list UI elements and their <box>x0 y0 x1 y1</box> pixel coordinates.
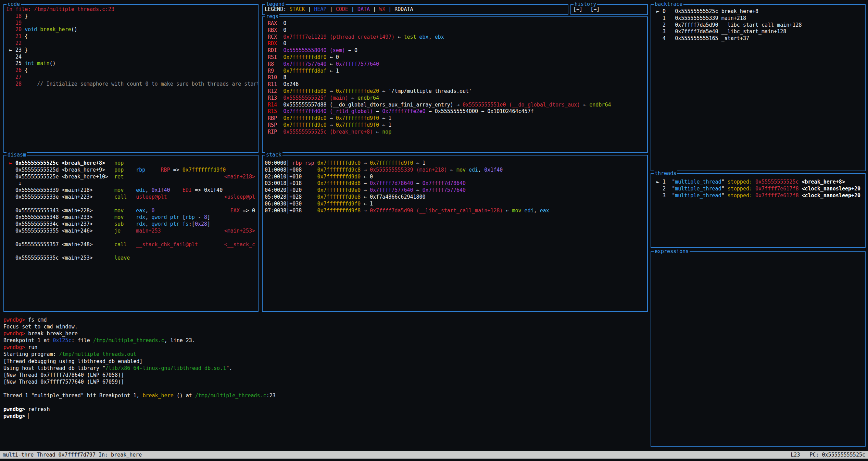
text-segment: 0x55555555525f (main) <box>283 95 348 101</box>
text-segment: <main+253> <box>224 228 255 234</box>
text-segment: │ <box>286 187 289 193</box>
text-line: In file: /tmp/multiple_threads.c:23 <box>6 6 256 13</box>
text-segment: 0x7ffff7d78640 <box>423 180 466 186</box>
text-segment: 0x555555555343 <main+228> <box>15 208 93 214</box>
text-segment: ← <box>327 68 336 74</box>
text-segment: 04:0020 <box>265 187 286 193</box>
text-line: 4 0x555555555165 _start+37 <box>653 35 863 42</box>
text-line: RBP 0x7fffffffd9c0 → 0x7fffffffd9f0 ← 1 <box>265 115 645 122</box>
text-segment: 0x7ffff7ffe2e0 <box>382 108 425 114</box>
text-segment: ► 0 0x55555555525c break_here+8 <box>653 8 758 14</box>
text-segment: } <box>25 13 28 19</box>
text-segment: 0x1f40 <box>484 167 503 173</box>
text-segment <box>6 208 15 214</box>
text-segment: ► 1 <box>653 179 672 185</box>
text-segment: mov <box>114 208 124 214</box>
text-segment: 07:0038 <box>265 208 286 214</box>
text-segment <box>105 160 114 166</box>
text-segment: STACK <box>289 6 305 12</box>
text-segment <box>6 228 15 234</box>
legend-content: LEGEND: STACK | HEAP | CODE | DATA | WX … <box>263 5 568 14</box>
text-segment: /lib/x86_64-linux-gnu/libthread_db.so.1 <box>105 365 226 371</box>
text-segment: 0x7fffffffd9d0 <box>317 174 361 180</box>
text-segment: RIP <box>265 129 283 135</box>
text-segment: 0x1f40 <box>204 187 223 193</box>
text-segment: ← <box>379 122 388 128</box>
text-segment: break break_here <box>28 331 78 337</box>
text-line: [New Thread 0x7ffff7577640 (LWP 67059)] <box>3 378 647 385</box>
text-segment <box>416 34 419 40</box>
text-segment: +010 <box>289 174 302 180</box>
text-segment: 0x555555554000 <box>435 108 478 114</box>
text-segment: 02:0010 <box>265 174 286 180</box>
text-segment: 0x7fffffffde20 <box>336 88 379 94</box>
text-line: pwndbg> run <box>3 344 647 351</box>
text-segment: 0x55555555525d <break_here+9> <box>15 167 105 173</box>
history-back-button[interactable]: [←] <box>573 6 582 12</box>
text-segment: RBP <box>161 167 170 173</box>
text-line: 04:0020│+020 0x7fffffffd9e0 → 0x7ffff757… <box>265 187 645 194</box>
text-segment: R14 <box>265 102 283 108</box>
text-segment: edi <box>525 208 534 214</box>
text-line: 18 } <box>6 13 256 20</box>
text-segment: , <box>145 208 151 214</box>
text-line: Focus set to cmd window. <box>3 323 647 330</box>
text-segment: 1 <box>388 115 391 121</box>
text-segment: " <box>721 186 728 192</box>
text-segment: ► <box>6 160 15 166</box>
text-line: 0x55555555535c <main+253> leave <box>6 255 256 262</box>
text-line: RSP 0x7fffffffd9c0 → 0x7fffffffd9f0 ← 1 <box>265 122 645 129</box>
text-segment: ► 23 <box>6 47 25 53</box>
text-line: R15 0x7ffff7ffd040 (_rtld_global) → 0x7f… <box>265 108 645 115</box>
text-segment: +030 <box>289 201 302 207</box>
text-line <box>6 248 256 255</box>
text-segment: 00:0000 <box>265 160 286 166</box>
text-segment <box>302 187 317 193</box>
text-segment: 3 0x7ffff7da5e40 __libc_start_main+128 <box>653 28 786 35</box>
text-segment: stopped: <box>728 192 752 199</box>
text-segment: '/tmp/multiple_threads.out' <box>388 88 472 94</box>
text-segment <box>170 187 183 193</box>
text-line: 19 <box>6 20 256 27</box>
text-segment: 0x555555555355 <main+246> <box>15 228 93 234</box>
text-segment: 8 <box>204 214 207 220</box>
text-segment: ▏ <box>28 413 31 419</box>
text-segment: ← <box>373 129 382 135</box>
text-segment: ← <box>361 174 370 180</box>
text-segment: __stack_chk_fail@plt <box>136 241 198 248</box>
text-segment: , <box>429 34 435 40</box>
text-segment: , <box>145 187 151 193</box>
text-segment: eax <box>540 208 549 214</box>
text-segment <box>127 194 136 200</box>
text-segment: 0x7ffff7ffd040 (_rtld_global) <box>283 108 373 114</box>
text-segment: 0x555555558040 (sem) <box>283 47 345 53</box>
text-segment <box>105 167 114 173</box>
text-segment: pwndbg> <box>3 406 28 412</box>
text-segment: 0x5555555551e0 (__do_global_dtors_aux) <box>463 102 580 108</box>
text-segment: ← <box>580 102 589 108</box>
text-segment: 0x7fffffffd8f0 <box>283 54 326 60</box>
text-line: 0x55555555533e <main+223> call usleep@pl… <box>6 194 256 201</box>
text-segment: Starting program: <box>3 351 59 357</box>
text-segment: 0x7ffff7e617f8 <box>755 186 798 192</box>
text-segment: +038 <box>289 208 302 214</box>
text-segment: 0x28 <box>195 221 207 227</box>
text-segment: → <box>373 108 382 114</box>
text-segment: R9 <box>265 68 283 74</box>
history-forward-button[interactable]: [→] <box>590 6 600 12</box>
text-segment: :[ <box>189 221 195 227</box>
text-segment: RBX <box>265 27 283 33</box>
text-segment: DATA <box>357 6 370 12</box>
text-segment: pwndbg> <box>3 331 28 337</box>
text-segment: break_here <box>40 26 71 33</box>
text-segment: pwndbg> <box>3 317 28 323</box>
text-segment: EAX <box>230 208 240 214</box>
text-segment <box>124 167 136 173</box>
text-line: 0x555555555339 <main+218> mov edi, 0x1f4… <box>6 187 256 194</box>
text-line: RAX 0 <box>265 20 645 27</box>
text-segment: call <box>114 194 127 200</box>
text-line: 0x55555555525d <break_here+9> pop rbp RB… <box>6 167 256 174</box>
terminal[interactable]: pwndbg> fs cmdFocus set to cmd window.pw… <box>3 316 647 420</box>
text-segment: mov <box>512 208 521 214</box>
text-segment: 0x7fffffffd9e8 <box>317 194 361 200</box>
